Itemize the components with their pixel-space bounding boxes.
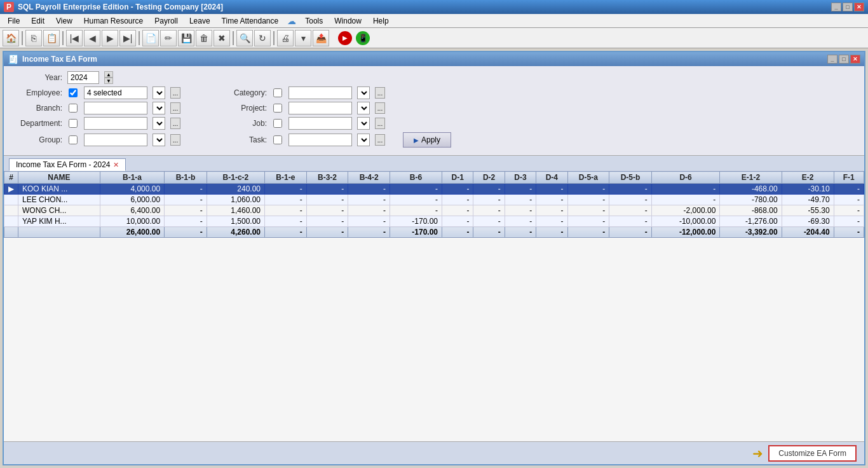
close-button[interactable]: ✕ — [854, 3, 864, 11]
prev-record-button[interactable]: ◀ — [84, 30, 100, 46]
group-task-apply-row: Group: ... Task: ... ▶ Apply — [11, 132, 857, 148]
table-row[interactable]: LEE CHON...6,000.00-1,060.00------------… — [4, 195, 864, 205]
col-d4: D-4 — [536, 172, 567, 184]
department-input[interactable] — [84, 117, 147, 130]
refresh-button[interactable]: ↻ — [254, 30, 271, 46]
branch-select[interactable] — [153, 102, 165, 114]
window-title: Income Tax EA Form — [22, 55, 97, 64]
footer-d6: -12,000.00 — [651, 227, 719, 238]
footer-b1c2: 4,260.00 — [207, 227, 264, 238]
print-button[interactable]: 🖨 — [277, 30, 294, 46]
branch-checkbox[interactable] — [69, 104, 78, 113]
project-input[interactable] — [288, 102, 352, 114]
task-checkbox[interactable] — [273, 135, 282, 144]
employee-label: Employee: — [11, 88, 62, 97]
paste-button[interactable]: 📋 — [43, 30, 60, 46]
department-dots-button[interactable]: ... — [170, 118, 180, 129]
edit-button[interactable]: ✏ — [160, 30, 177, 46]
cancel-button[interactable]: ✖ — [214, 30, 230, 46]
table-wrapper: # NAME B-1-a B-1-b B-1-c-2 B-1-e B-3-2 B… — [4, 171, 864, 464]
task-input[interactable] — [288, 134, 352, 146]
table-row[interactable]: ▶KOO KIAN ...4,000.00-240.00------------… — [4, 184, 864, 195]
home-button[interactable]: 🏠 — [3, 30, 19, 46]
table-row[interactable]: YAP KIM H...10,000.00-1,500.00----170.00… — [4, 216, 864, 227]
delete-button[interactable]: 🗑 — [196, 30, 212, 46]
group-checkbox[interactable] — [69, 135, 78, 144]
whatsapp-button[interactable]: 📱 — [356, 31, 370, 45]
menu-payroll[interactable]: Payroll — [149, 15, 183, 27]
department-select[interactable] — [153, 117, 165, 130]
toolbar-sep-2 — [62, 31, 64, 45]
group-select[interactable] — [153, 134, 165, 146]
category-input[interactable] — [288, 86, 352, 99]
table-row[interactable]: WONG CH...6,400.00-1,460.00-----------2,… — [4, 205, 864, 216]
apply-button[interactable]: ▶ Apply — [403, 132, 451, 148]
category-checkbox[interactable] — [273, 88, 282, 97]
menu-edit[interactable]: Edit — [26, 15, 50, 27]
task-dots-button[interactable]: ... — [375, 134, 385, 146]
save-button[interactable]: 💾 — [178, 30, 194, 46]
employee-dots-button[interactable]: ... — [170, 87, 180, 99]
next-record-button[interactable]: ▶ — [102, 30, 118, 46]
bottom-bar: ➜ Customize EA Form — [4, 441, 864, 464]
project-dots-button[interactable]: ... — [375, 102, 385, 114]
group-input[interactable] — [84, 134, 147, 146]
income-tax-tab[interactable]: Income Tax EA Form - 2024 ✕ — [9, 158, 126, 171]
menu-window[interactable]: Window — [329, 15, 367, 27]
menu-human-resource[interactable]: Human Resource — [79, 15, 148, 27]
youtube-button[interactable]: ▶ — [338, 31, 352, 45]
minimize-button[interactable]: _ — [831, 3, 841, 11]
customize-ea-form-button[interactable]: Customize EA Form — [768, 445, 857, 462]
last-record-button[interactable]: ▶| — [119, 30, 136, 46]
footer-e2: -204.40 — [782, 227, 834, 238]
footer-b6: -170.00 — [390, 227, 442, 238]
menu-view[interactable]: View — [51, 15, 78, 27]
category-select[interactable] — [357, 86, 370, 99]
search-button[interactable]: 🔍 — [236, 30, 253, 46]
print-dropdown[interactable]: ▾ — [295, 30, 311, 46]
employee-select[interactable] — [153, 86, 165, 99]
tab-bar: Income Tax EA Form - 2024 ✕ — [4, 156, 864, 171]
new-button[interactable]: 📄 — [142, 30, 159, 46]
menu-time-attendance[interactable]: Time Attendance — [217, 15, 284, 27]
export-button[interactable]: 📤 — [313, 30, 329, 46]
job-checkbox[interactable] — [273, 119, 282, 128]
first-record-button[interactable]: |◀ — [66, 30, 83, 46]
category-label: Category: — [216, 88, 267, 97]
project-checkbox[interactable] — [273, 104, 282, 113]
copy-button[interactable]: ⎘ — [25, 30, 42, 46]
col-num: # — [4, 172, 18, 184]
year-down-button[interactable]: ▼ — [104, 78, 113, 84]
job-input[interactable] — [288, 117, 352, 130]
project-select[interactable] — [357, 102, 370, 114]
col-b1e: B-1-e — [265, 172, 307, 184]
menu-help[interactable]: Help — [368, 15, 394, 27]
menu-leave[interactable]: Leave — [184, 15, 215, 27]
employee-checkbox[interactable] — [69, 88, 78, 97]
category-dots-button[interactable]: ... — [375, 87, 385, 99]
footer-name — [18, 227, 100, 238]
toolbar-sep-5 — [273, 31, 275, 45]
year-up-button[interactable]: ▲ — [104, 71, 113, 78]
department-checkbox[interactable] — [69, 119, 78, 128]
tab-close-button[interactable]: ✕ — [113, 161, 119, 169]
year-input[interactable] — [67, 71, 99, 84]
scrollable-table[interactable]: # NAME B-1-a B-1-b B-1-c-2 B-1-e B-3-2 B… — [4, 171, 864, 441]
maximize-button[interactable]: □ — [843, 3, 853, 11]
footer-b42: - — [348, 227, 390, 238]
branch-dots-button[interactable]: ... — [170, 102, 180, 114]
window-close-button[interactable]: ✕ — [850, 55, 860, 64]
task-select[interactable] — [357, 134, 370, 146]
job-select[interactable] — [357, 117, 370, 130]
col-d5b: D-5-b — [609, 172, 652, 184]
job-dots-button[interactable]: ... — [375, 118, 385, 129]
window-minimize-button[interactable]: _ — [827, 55, 837, 64]
group-dots-button[interactable]: ... — [170, 134, 180, 146]
menu-file[interactable]: File — [3, 15, 25, 27]
footer-num — [4, 227, 18, 238]
menu-tools[interactable]: Tools — [300, 15, 328, 27]
branch-label: Branch: — [11, 104, 62, 113]
branch-input[interactable] — [84, 102, 147, 114]
employee-input[interactable] — [84, 86, 147, 99]
window-maximize-button[interactable]: □ — [839, 55, 849, 64]
